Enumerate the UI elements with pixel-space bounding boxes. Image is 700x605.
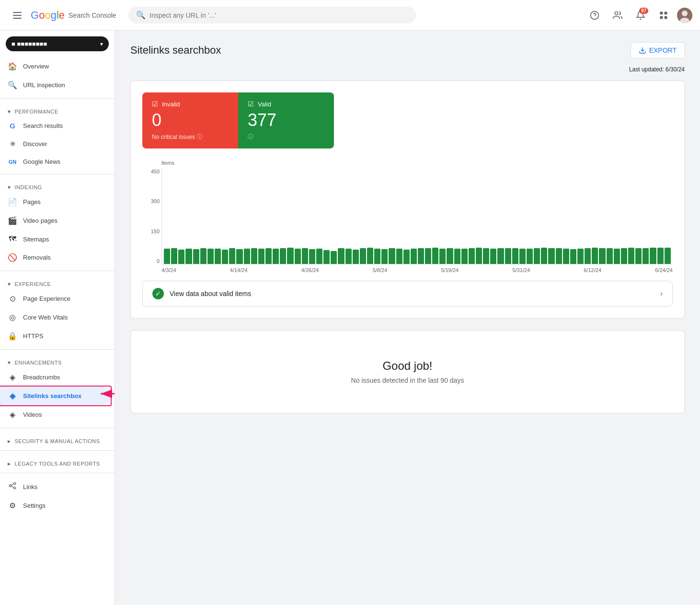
y-tick-450: 450 [143,169,160,174]
status-boxes: ☑ Invalid 0 No critical issues ⓘ ☑ Valid… [142,92,673,148]
chart-bar [657,248,664,264]
security-section-header[interactable]: ▸ Security & Manual Actions [0,432,115,446]
svg-line-15 [11,484,13,485]
breadcrumbs-label: Breadcrumbs [23,374,60,381]
chart-bar [454,249,460,264]
sidebar-item-page-experience[interactable]: ⊙ Page Experience [0,289,111,308]
sidebar-item-settings[interactable]: ⚙ Settings [0,496,111,515]
chevron-right-icon: › [660,289,663,298]
sidebar-item-overview[interactable]: 🏠 Overview [0,57,111,76]
chart-bar [171,248,177,264]
chart-y-axis: 450 300 150 0 [143,169,160,264]
https-icon: 🔒 [8,331,17,341]
cwv-icon: ◎ [8,313,17,322]
chart-area: 450 300 150 0 [161,169,673,264]
topbar: Google Search Console 🔍 97 [0,0,700,31]
sidebar-item-pages[interactable]: 📄 Pages [0,193,111,211]
search-icon: 🔍 [136,11,146,20]
experience-section-header[interactable]: ▾ Experience [0,275,115,289]
chart-bar [614,249,620,264]
notifications-button[interactable]: 97 [631,6,650,25]
svg-rect-3 [660,11,663,14]
chart-bar [244,249,250,264]
sidebar-item-links[interactable]: Links [0,477,111,496]
sidebar-item-https[interactable]: 🔒 HTTPS [0,327,111,345]
last-updated: Last updated: 6/30/24 [130,66,685,73]
chart-bar [411,249,417,264]
legacy-section-header[interactable]: ▸ Legacy tools and reports [0,455,115,469]
svg-point-8 [682,11,688,16]
divider-5 [0,428,115,428]
divider-4 [0,349,115,350]
svg-point-13 [14,482,16,484]
sidebar-item-video-pages[interactable]: 🎬 Video pages [0,211,111,230]
good-job-title: Good job! [142,359,673,373]
chart-bar [541,248,547,264]
chart-bar [505,248,511,264]
export-button[interactable]: EXPORT [631,42,685,58]
property-selector[interactable]: ■ ■■■■■■■■ ▾ [6,36,109,51]
sidebar-item-breadcrumbs[interactable]: ◈ Breadcrumbs [0,368,111,387]
valid-items-link[interactable]: ✓ View data about valid items › [142,281,673,307]
invalid-help-icon[interactable]: ⓘ [197,133,203,141]
search-bar: 🔍 [128,7,416,23]
chart-container: Items 450 300 150 0 4/3/24 4/14/24 4/26/… [142,160,673,273]
valid-help-icon[interactable]: ⓘ [248,133,253,141]
divider-1 [0,98,115,99]
sidebar-item-google-news[interactable]: GN Google News [0,153,111,170]
x-tick-3: 5/8/24 [373,267,388,273]
collapse-icon: ▾ [8,108,11,115]
chart-y-label: Items [161,160,673,166]
indexing-section-header[interactable]: ▾ Indexing [0,178,115,193]
chart-bar [193,249,199,264]
video-icon: 🎬 [8,216,17,225]
sidebar-item-sitemaps[interactable]: 🗺 Sitemaps [0,230,111,248]
notification-count: 97 [639,8,648,14]
chart-bar [497,248,504,264]
good-job-subtitle: No issues detected in the last 90 days [142,377,673,384]
chart-bar [367,248,373,264]
search-icon: 🔍 [8,80,17,90]
apps-button[interactable] [654,6,673,25]
sidebar-item-sitelinks-searchbox[interactable]: ◈ Sitelinks searchbox [0,387,111,405]
last-updated-prefix: Last updated: [629,66,664,73]
chart-bar [476,248,482,264]
help-button[interactable] [585,6,604,25]
links-label: Links [23,483,37,491]
collapse-icon-3: ▾ [8,281,11,287]
invalid-description: No critical issues ⓘ [152,133,229,141]
sidebar-item-videos[interactable]: ◈ Videos [0,405,111,424]
sidebar-item-search-results[interactable]: G Search results [0,117,111,135]
chart-bar [164,249,170,264]
people-button[interactable] [608,6,627,25]
chart-bar [534,248,540,264]
valid-items-left: ✓ View data about valid items [152,288,251,299]
valid-check-icon: ☑ [248,100,254,108]
x-tick-4: 5/19/24 [441,267,459,273]
chart-bar [265,248,272,264]
chart-bar [469,248,475,264]
chart-bar [360,248,366,264]
divider-3 [0,271,115,271]
chart-bar [519,249,526,264]
performance-section-header[interactable]: ▾ Performance [0,103,115,117]
menu-icon [9,8,25,23]
logo-g2: g [51,9,57,21]
svg-point-12 [9,485,11,487]
valid-header: ☑ Valid [248,100,324,108]
avatar[interactable] [677,8,692,23]
valid-label: Valid [258,101,271,108]
sidebar-item-url-inspection[interactable]: 🔍 URL inspection [0,76,111,94]
chart-bar [381,249,388,264]
sidebar-item-removals[interactable]: 🚫 Removals [0,248,111,267]
hamburger-menu[interactable] [8,6,27,25]
enhancements-section-header[interactable]: ▾ Enhancements [0,354,115,368]
discover-icon: ✳ [8,139,17,148]
chart-bar [295,249,301,264]
page-experience-label: Page Experience [23,295,70,302]
search-input[interactable] [149,11,408,19]
x-tick-7: 6/24/24 [655,267,673,273]
sidebar-item-core-web-vitals[interactable]: ◎ Core Web Vitals [0,308,111,327]
x-tick-6: 6/12/24 [584,267,601,273]
sidebar-item-discover[interactable]: ✳ Discover [0,135,111,153]
